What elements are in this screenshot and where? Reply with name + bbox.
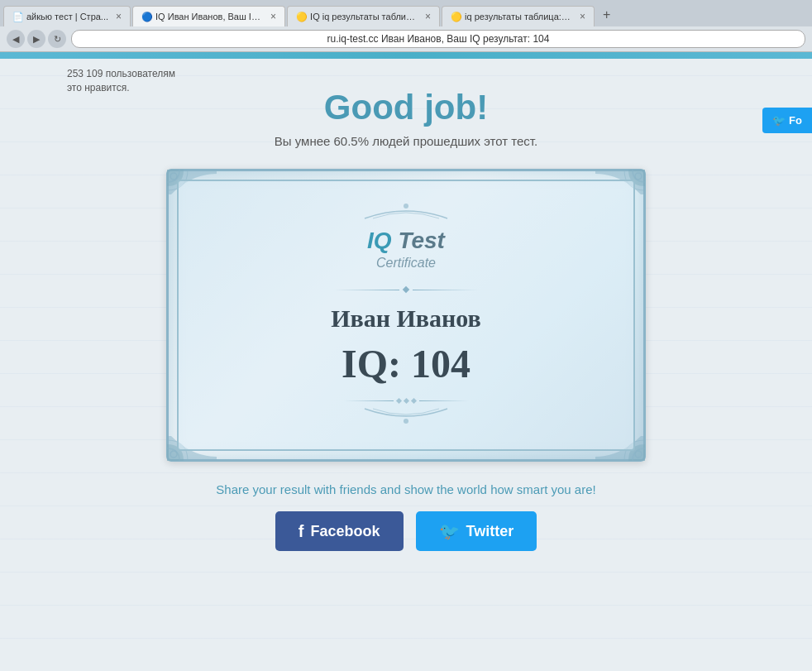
tab-close-3[interactable]: × [425,11,431,22]
iq-score-value: 104 [411,342,470,386]
address-bar: ◀ ▶ ↻ ru.iq-test.cc Иван Иванов, Ваш IQ … [0,26,812,51]
share-text: Share your result with friends and show … [84,482,728,496]
tab-favicon-2: 🔵 [141,12,151,22]
social-buttons: f Facebook 🐦 Twitter [84,511,728,551]
facebook-button[interactable]: f Facebook [275,511,404,551]
like-count: 253 109 пользователям это нравится. [67,67,183,95]
tab-title-2: IQ Иван Иванов, Ваш IQ ре... [155,12,263,22]
accent-bar [0,52,812,59]
tab-favicon-1: 📄 [12,12,22,22]
cert-test-word: Test [392,228,445,253]
tab-favicon-3: 🟡 [296,12,306,22]
new-tab-button[interactable]: + [596,3,617,26]
back-button[interactable]: ◀ [7,30,25,48]
cert-iq-title: IQ Test [212,228,600,254]
side-follow-label: Fo [789,114,802,127]
forward-button[interactable]: ▶ [27,30,45,48]
svg-point-5 [404,419,408,424]
certificate-wrapper: IQ Test Certificate Иван Иванов IQ: 104 [84,169,728,462]
tab-close-1[interactable]: × [116,11,122,22]
certificate: IQ Test Certificate Иван Иванов IQ: 104 [166,169,646,462]
cert-top-arch [212,202,600,223]
cert-bottom-divider [212,399,600,403]
tab-3[interactable]: 🟡 IQ iq результаты таблица — Ян... × [287,6,440,26]
iq-label: IQ: [342,342,401,386]
twitter-label: Twitter [466,523,514,540]
tab-title-1: айкью тест | Стра... [26,12,108,22]
reload-button[interactable]: ↻ [48,30,66,48]
nav-buttons: ◀ ▶ ↻ [7,30,66,48]
cert-iq-word: IQ [367,228,392,253]
cert-name: Иван Иванов [212,304,600,333]
svg-point-4 [404,204,408,208]
cert-iq-score: IQ: 104 [212,341,600,386]
side-twitter-follow[interactable]: 🐦 Fo [762,108,812,133]
twitter-button[interactable]: 🐦 Twitter [416,511,537,551]
tab-bar: 📄 айкью тест | Стра... × 🔵 IQ Иван Ивано… [0,0,812,26]
browser-chrome: 📄 айкью тест | Стра... × 🔵 IQ Иван Ивано… [0,0,812,52]
url-box[interactable]: ru.iq-test.cc Иван Иванов, Ваш IQ резуль… [71,30,805,48]
cert-bottom-arch [212,407,600,429]
cert-divider [212,287,600,292]
facebook-label: Facebook [310,523,380,540]
like-count-text: 253 109 пользователям это нравится. [67,68,175,93]
tab-favicon-4: 🟡 [451,12,461,22]
smarter-subtitle: Вы умнее 60.5% людей прошедших этот тест… [84,134,728,148]
tab-1[interactable]: 📄 айкью тест | Стра... × [3,6,131,26]
facebook-icon: f [299,522,304,541]
main-content: 253 109 пользователям это нравится. Good… [67,59,745,584]
cert-inner: IQ Test Certificate Иван Иванов IQ: 104 [177,180,635,451]
tab-title-3: IQ iq результаты таблица — Ян... [310,12,418,22]
tab-4[interactable]: 🟡 iq результаты таблица: 7 ты... × [442,6,595,26]
cert-subtitle: Certificate [212,256,600,271]
tab-close-4[interactable]: × [580,11,585,22]
tab-title-4: iq результаты таблица: 7 ты... [465,12,572,22]
twitter-bird-icon: 🐦 [439,521,460,541]
tab-2[interactable]: 🔵 IQ Иван Иванов, Ваш IQ ре... × [132,6,285,26]
tab-close-2[interactable]: × [270,11,276,22]
twitter-icon: 🐦 [772,114,786,127]
